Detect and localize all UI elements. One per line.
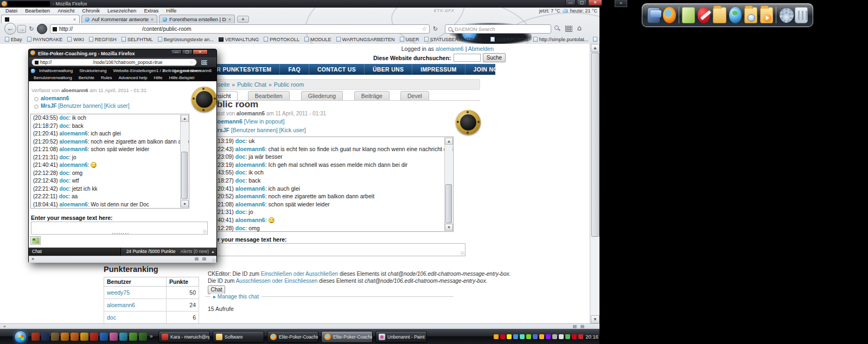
bookmark-item[interactable]: WIKI	[66, 36, 86, 43]
weather-addon[interactable]: jetzt: 7 °C heute: 21 °C	[539, 8, 597, 14]
tray-icon[interactable]	[494, 334, 499, 339]
documents-folder-icon[interactable]	[713, 7, 726, 23]
scroll-down-icon[interactable]: ▼	[591, 315, 599, 323]
menu-ansicht[interactable]: Ansicht	[54, 8, 78, 14]
user-action-link[interactable]: [Kick user]	[103, 103, 129, 109]
menu-datei[interactable]: Datei	[2, 8, 21, 14]
bookmark-item[interactable]: WARTUNGSARBEITEN	[335, 36, 397, 43]
collapse-toggle-icon[interactable]: ▲	[211, 248, 215, 256]
scrollbar-thumb[interactable]	[445, 184, 452, 223]
scroll-up-icon[interactable]: ▲	[181, 115, 189, 122]
quick-launch-icon[interactable]	[100, 333, 108, 341]
manage-chat-link[interactable]: ▸ Manage this chat	[210, 294, 261, 300]
bookmark-item[interactable]: PROTOKOLL	[262, 36, 301, 43]
media-player-folder-icon[interactable]	[760, 7, 773, 23]
tray-icon[interactable]	[526, 334, 531, 339]
settings-gears-icon[interactable]	[779, 7, 792, 23]
scrollbar-thumb[interactable]	[181, 152, 188, 199]
scroll-up-icon[interactable]: ▲	[445, 138, 453, 145]
breadcrumb-link[interactable]: Public room	[274, 81, 304, 88]
quick-launch-icon[interactable]	[61, 333, 69, 341]
bookmark-star-icon[interactable]: ☆	[422, 25, 427, 33]
admin-menu-item[interactable]: Benutzerverwaltung	[31, 74, 75, 81]
reload-icon[interactable]: ↻	[433, 25, 438, 33]
bookmark-item[interactable]: VERWALTUNG	[217, 36, 260, 43]
findbar-close-icon[interactable]: ×	[31, 256, 34, 262]
admin-menu-item[interactable]: Hilfe-Beispiel	[166, 74, 197, 81]
blocked-sign-icon[interactable]	[698, 7, 711, 23]
admin-menu-item[interactable]: Advanced help	[116, 74, 150, 81]
tab-gliederung[interactable]: Gliederung	[301, 91, 343, 100]
tray-icon[interactable]	[500, 334, 505, 339]
back-button[interactable]: ←	[4, 23, 16, 35]
close-button[interactable]: ✕	[588, 0, 602, 6]
menu-chronik[interactable]: Chronik	[79, 8, 103, 14]
breadcrumb-link[interactable]: Public Chat	[237, 81, 266, 88]
quick-launch-icon[interactable]	[119, 333, 127, 341]
admin-menu-item[interactable]: Strukturierung	[76, 67, 109, 74]
menu-bearbeiten[interactable]: Bearbeiten	[22, 8, 53, 14]
quick-launch-icon[interactable]	[110, 333, 118, 341]
quick-launch-icon[interactable]	[129, 333, 137, 341]
addon-status-icon[interactable]	[580, 325, 584, 328]
quick-launch-icon[interactable]	[80, 333, 88, 341]
scroll-down-icon[interactable]: ▼	[181, 200, 189, 207]
site-search-button[interactable]: Suche	[483, 53, 506, 62]
taskbar-button[interactable]: Elite-Poker-Coaching....	[267, 331, 318, 343]
start-button[interactable]	[14, 330, 27, 343]
menu-hilfe[interactable]: Hilfe	[163, 8, 180, 14]
recycle-bin-icon[interactable]	[795, 7, 808, 23]
user-action-link[interactable]: [View in popout]	[242, 118, 284, 125]
tab-close-icon[interactable]: ×	[228, 17, 231, 22]
current-user-link[interactable]: aloemann6	[436, 46, 464, 52]
user-action-link[interactable]: [Benutzer bannen]	[56, 103, 103, 109]
tray-icon[interactable]	[533, 334, 538, 339]
taskbar-button[interactable]: Kara - mwruich@np-e...	[158, 331, 210, 343]
apps-grid-icon[interactable]	[201, 60, 207, 65]
taskbar-button[interactable]: Elite-Poker-Coaching...	[321, 331, 373, 343]
nav-item-impressum[interactable]: IMPRESSUM	[412, 64, 464, 75]
apps-grid-icon[interactable]	[565, 25, 572, 32]
user-link[interactable]: aloemann6	[107, 302, 135, 308]
quick-launch-icon[interactable]	[139, 333, 147, 341]
message-entry-box[interactable]	[205, 243, 465, 256]
admin-logout-link[interactable]: Log out aloemann6	[172, 67, 215, 74]
admin-pager[interactable]: 1 / 2	[154, 67, 168, 74]
search-input[interactable]: DAEMON Search	[445, 24, 551, 34]
admin-menu-item[interactable]: Hilfe	[151, 74, 165, 81]
user-link[interactable]: doc	[107, 314, 116, 321]
quick-launch-icon[interactable]	[90, 333, 98, 341]
new-tab-button[interactable]: +	[237, 16, 249, 23]
forward-button[interactable]: →	[17, 25, 26, 33]
browser-tab[interactable]: ×	[1, 15, 80, 23]
quick-launch-icon[interactable]	[71, 333, 79, 341]
admin-menu-item[interactable]: Rules	[98, 74, 114, 81]
scroll-up-icon[interactable]: ▲	[591, 44, 599, 52]
user-folder-icon[interactable]	[744, 7, 757, 23]
quick-launch-overflow-icon[interactable]: »	[150, 333, 153, 339]
logout-link[interactable]: Abmelden	[468, 46, 494, 52]
findbar-close-icon[interactable]: ×	[3, 324, 6, 329]
nav-item--ber-uns[interactable]: ÜBER UNS	[364, 64, 412, 75]
username-link[interactable]: aloemann6	[41, 95, 69, 101]
nav-item-join-now[interactable]: JOIN NOW	[465, 64, 512, 75]
url-bar[interactable]: http:// /node/106?chatroom_popout=true ☆	[31, 59, 197, 66]
browser-tab[interactable]: Auf Kommentar antworten | Drupal Center×	[81, 15, 157, 23]
bookmark-star-icon[interactable]: ☆	[189, 60, 194, 65]
user-link[interactable]: weedy75	[107, 289, 130, 296]
notes-folder-icon[interactable]	[682, 7, 695, 23]
scrollbar-thumb[interactable]	[591, 53, 599, 237]
computer-icon[interactable]	[647, 7, 660, 23]
bookmark-item[interactable]: http://simple.puntolat...	[532, 36, 590, 43]
tray-icon[interactable]	[507, 334, 512, 339]
mini-window-fragment[interactable]: ×	[615, 0, 627, 7]
taskbar-button[interactable]: Unbenannt - Paint	[375, 331, 427, 343]
bookmark-item[interactable]: MODULE	[303, 36, 333, 43]
admin-menu-item[interactable]: Inhaltsverwaltung	[36, 67, 75, 74]
tab-beiträge[interactable]: Beiträge	[354, 91, 390, 100]
nav-item-contact-us[interactable]: CONTACT US	[309, 64, 364, 75]
message-entry-box[interactable]	[31, 222, 208, 235]
username-link[interactable]: aloemann6	[213, 118, 242, 125]
textarea-drag-handle[interactable]	[112, 233, 129, 235]
tray-icon[interactable]	[559, 334, 564, 339]
